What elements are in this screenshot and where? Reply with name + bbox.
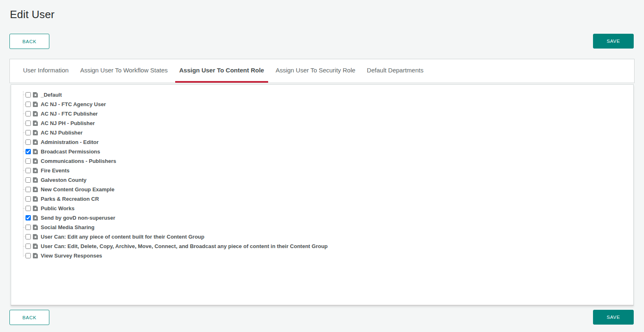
role-checkbox[interactable]	[25, 215, 31, 221]
content-role-row-ac-nj-ph-publisher: AC NJ PH - Publisher	[23, 118, 625, 128]
tree-connector	[23, 142, 25, 142]
role-label: _Default	[41, 92, 62, 98]
role-label: View Survey Responses	[41, 253, 102, 259]
content-role-row-user-can-edit-any-piece-of-content-built-for-their-content-group: User Can: Edit any piece of content buil…	[23, 232, 625, 241]
tree-connector	[23, 161, 25, 161]
tab-label: User Information	[23, 67, 69, 74]
role-checkbox[interactable]	[25, 253, 31, 258]
role-checkbox[interactable]	[25, 149, 31, 154]
role-label: Social Media Sharing	[41, 224, 95, 230]
tab-label: Assign User To Security Role	[276, 67, 355, 74]
content-role-list: _Default AC NJ - FTC Agency User AC NJ -…	[23, 90, 625, 260]
content-role-row-ac-nj-ftc-publisher: AC NJ - FTC Publisher	[23, 109, 625, 118]
role-checkbox[interactable]	[25, 168, 31, 173]
tab-label: Assign User To Content Role	[179, 67, 264, 74]
content-role-row-galveston-county: Galveston County	[23, 175, 625, 185]
role-checkbox[interactable]	[25, 121, 31, 126]
content-role-panel: _Default AC NJ - FTC Agency User AC NJ -…	[11, 84, 634, 306]
role-label: Parks & Recreation CR	[41, 196, 99, 202]
save-button-bottom[interactable]: SAVE	[593, 310, 634, 325]
tree-connector	[23, 170, 25, 171]
role-checkbox[interactable]	[25, 206, 31, 211]
tab-user-information[interactable]: User Information	[19, 59, 73, 83]
role-label: Send by govD non-superuser	[41, 215, 115, 221]
page-star-icon	[33, 102, 38, 107]
role-label: Public Works	[41, 205, 74, 211]
tab-assign-user-to-workflow-states[interactable]: Assign User To Workflow States	[76, 59, 172, 83]
tab-default-departments[interactable]: Default Departments	[363, 59, 428, 83]
content-role-row-public-works: Public Works	[23, 204, 625, 213]
tree-connector	[23, 255, 25, 256]
role-checkbox[interactable]	[25, 177, 31, 183]
content-role-row-default: _Default	[23, 90, 625, 100]
save-button-top[interactable]: SAVE	[593, 34, 634, 49]
role-label: User Can: Edit, Delete, Copy, Archive, M…	[41, 243, 328, 249]
content-role-row-parks-recreation-cr: Parks & Recreation CR	[23, 194, 625, 204]
content-role-row-ac-nj-publisher: AC NJ Publisher	[23, 128, 625, 137]
role-checkbox[interactable]	[25, 158, 31, 164]
tree-connector	[23, 218, 25, 218]
tree-connector	[23, 246, 25, 246]
bottom-button-row: BACK SAVE	[9, 310, 634, 325]
page-star-icon	[33, 158, 38, 164]
tab-bar: User InformationAssign User To Workflow …	[9, 59, 635, 83]
role-checkbox[interactable]	[25, 139, 31, 145]
role-label: Administration - Editor	[41, 139, 99, 145]
content-role-row-fire-events: Fire Events	[23, 166, 625, 175]
page-star-icon	[33, 196, 38, 202]
role-checkbox[interactable]	[25, 111, 31, 116]
tree-connector	[23, 95, 25, 95]
page-star-icon	[33, 168, 38, 173]
role-checkbox[interactable]	[25, 187, 31, 192]
role-label: Broadcast Permissions	[41, 149, 100, 155]
page-star-icon	[33, 121, 38, 126]
page-title: Edit User	[10, 8, 644, 21]
tree-connector	[23, 123, 25, 123]
back-button-bottom[interactable]: BACK	[9, 310, 49, 325]
role-checkbox[interactable]	[25, 102, 31, 107]
tree-connector	[23, 208, 25, 209]
back-button-top[interactable]: BACK	[9, 34, 49, 49]
page-star-icon	[33, 234, 38, 239]
tree-connector	[23, 151, 25, 152]
content-role-row-broadcast-permissions: Broadcast Permissions	[23, 147, 625, 156]
page-star-icon	[33, 139, 38, 145]
role-checkbox[interactable]	[25, 196, 31, 202]
tree-connector	[23, 227, 25, 228]
content-role-row-administration-editor: Administration - Editor	[23, 137, 625, 147]
role-checkbox[interactable]	[25, 130, 31, 135]
role-checkbox[interactable]	[25, 92, 31, 98]
content-role-row-view-survey-responses: View Survey Responses	[23, 251, 625, 260]
tree-connector	[23, 114, 25, 114]
page-star-icon	[33, 92, 38, 98]
role-checkbox[interactable]	[25, 225, 31, 230]
role-label: AC NJ Publisher	[41, 130, 83, 136]
page-star-icon	[33, 215, 38, 221]
role-label: AC NJ - FTC Publisher	[41, 111, 98, 117]
role-label: Fire Events	[41, 167, 69, 174]
tree-connector	[23, 189, 25, 190]
page-star-icon	[33, 177, 38, 183]
tab-assign-user-to-content-role[interactable]: Assign User To Content Role	[175, 59, 268, 83]
role-label: Communications - Publishers	[41, 158, 116, 164]
role-label: AC NJ PH - Publisher	[41, 120, 95, 126]
tree-connector	[23, 199, 25, 199]
role-label: AC NJ - FTC Agency User	[41, 101, 106, 107]
tab-assign-user-to-security-role[interactable]: Assign User To Security Role	[271, 59, 359, 83]
content-role-row-user-can-edit-delete-copy-archive-move-connect-and-broadcast-any-piece-of-content-in-their-content-group: User Can: Edit, Delete, Copy, Archive, M…	[23, 241, 625, 251]
role-label: Galveston County	[41, 177, 86, 183]
content-role-row-ac-nj-ftc-agency-user: AC NJ - FTC Agency User	[23, 100, 625, 109]
page-star-icon	[33, 149, 38, 154]
tree-connector	[23, 104, 25, 104]
top-button-row: BACK SAVE	[9, 34, 634, 49]
page-star-icon	[33, 244, 38, 249]
content-role-row-send-by-govd-non-superuser: Send by govD non-superuser	[23, 213, 625, 223]
tree-connector	[23, 132, 25, 133]
role-checkbox[interactable]	[25, 234, 31, 239]
tab-label: Default Departments	[367, 67, 424, 74]
tab-label: Assign User To Workflow States	[80, 67, 168, 74]
role-label: User Can: Edit any piece of content buil…	[41, 234, 204, 240]
content-role-row-communications-publishers: Communications - Publishers	[23, 156, 625, 166]
role-checkbox[interactable]	[25, 244, 31, 249]
page-star-icon	[33, 206, 38, 211]
